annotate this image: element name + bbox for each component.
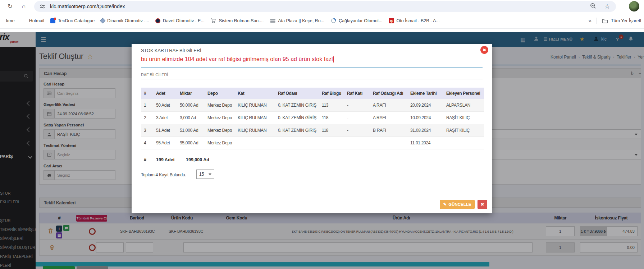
- bookmark-item[interactable]: φOto İsmail - B2B - A...: [389, 18, 440, 23]
- browser-toolbar: ↻ ⌂ klc.matrixotoerp.com/Quote/index ☆: [0, 0, 644, 13]
- raf-table-cell: A RAFI: [370, 99, 407, 112]
- bookmark-label: Dinamik Otomotiv -...: [107, 18, 149, 23]
- raf-table-cell: -: [344, 112, 370, 124]
- raf-table-cell: [275, 137, 319, 149]
- bookmark-item[interactable]: Davet Otomotiv - E...: [155, 18, 205, 23]
- raf-table-cell: 1: [141, 99, 153, 112]
- raf-table-cell: 10.09.2024: [407, 112, 443, 124]
- bookmark-item[interactable]: kme: [6, 18, 15, 23]
- profile-avatar[interactable]: [629, 1, 639, 11]
- cart-icon: [211, 18, 216, 24]
- modal-title: STOK KARTI RAF BİLGİLERİ: [141, 48, 201, 53]
- pencil-icon: ✎: [443, 202, 447, 207]
- raf-table-cell: 20.09.2024: [407, 99, 443, 112]
- raf-table-header-row: #AdetMiktarDepoKatRaf OdasıRaf BloğuRaf …: [141, 88, 484, 99]
- note-underline: [141, 68, 483, 68]
- raf-table-cell: B RAFI: [370, 124, 407, 137]
- bookmarks-overflow-icon[interactable]: »: [589, 18, 592, 24]
- raf-table-row: 23 Adet3,000 AdMerkez DepoKILIÇ RULMAN0.…: [141, 112, 484, 124]
- raf-table-cell: [443, 137, 484, 149]
- raf-table-col-header: Ekleyen Personel: [443, 88, 484, 99]
- raf-table-row: 150 Adet50,000 AdMerkez DepoKILIÇ RULMAN…: [141, 99, 484, 112]
- bookmark-label: Oto İsmail - B2B - A...: [397, 18, 440, 23]
- raf-table-col-header: Raf Odacığı Adı: [370, 88, 407, 99]
- bookmarks-bar: kmeHotmailTecDoc CatalogueDinamik Otomot…: [0, 13, 644, 29]
- raf-table-cell: 95 Adet: [153, 137, 177, 149]
- raf-table-cell: -: [344, 124, 370, 137]
- raf-table-cell: RAŞİT KILIÇ: [443, 112, 484, 124]
- modal-cancel-button[interactable]: ✖: [478, 200, 487, 209]
- raf-table-col-header: Adet: [153, 88, 177, 99]
- davet-icon: [155, 18, 160, 23]
- raf-table-cell: -: [344, 99, 370, 112]
- raf-table-col-header: Ekleme Tarihi: [407, 88, 443, 99]
- raf-table-col-header: Raf Odası: [275, 88, 319, 99]
- bookmark-star-icon[interactable]: ☆: [604, 3, 610, 10]
- raf-table-cell: [235, 137, 275, 149]
- page-size-select[interactable]: 15: [196, 170, 214, 179]
- reload-icon[interactable]: ↻: [5, 1, 15, 11]
- raf-table-cell: RAŞİT KILIÇ: [443, 124, 484, 137]
- zoom-out-icon[interactable]: [590, 3, 597, 11]
- modal-note-input[interactable]: bu ürün elimizde 104 adet var raf bilgis…: [141, 56, 483, 62]
- raf-table-cell: Merkez Depo: [205, 124, 235, 137]
- record-count-label: Toplam 4 Kayıt Bulundu.: [141, 172, 186, 177]
- bookmark-item[interactable]: Hotmail: [21, 18, 44, 24]
- raf-table-row: 351 Adet51,000 AdMerkez DepoKILIÇ RULMAN…: [141, 124, 484, 137]
- total-miktar: 199,000 Ad: [186, 157, 209, 162]
- total-adet: 199 Adet: [156, 157, 175, 162]
- bookmark-label: TecDoc Catalogue: [58, 18, 95, 23]
- raf-table-cell: 0. KAT ZEMİN GİRİŞ: [275, 124, 319, 137]
- raf-table-cell: 11.01.2024: [407, 137, 443, 149]
- raf-table-cell: 118: [319, 124, 344, 137]
- raf-table-cell: A RAFI: [370, 112, 407, 124]
- total-hash: #: [144, 157, 146, 162]
- raf-table-cell: 50,000 Ad: [177, 99, 205, 112]
- raf-table-cell: KILIÇ RULMAN: [235, 124, 275, 137]
- microsoft-icon: [21, 18, 27, 24]
- raf-table-cell: 113: [319, 99, 344, 112]
- raf-table-cell: [370, 137, 407, 149]
- raf-table-col-header: #: [141, 88, 153, 99]
- bookmark-label: Çağlayanlar Otomot...: [339, 18, 383, 23]
- raf-table-cell: 95,000 Ad: [177, 137, 205, 149]
- raf-bilgileri-modal: STOK KARTI RAF BİLGİLERİ ✖ bu ürün elimi…: [132, 44, 492, 213]
- address-bar[interactable]: klc.matrixotoerp.com/Quote/index ☆: [34, 1, 616, 12]
- bookmark-item[interactable]: Ata Plaza || Keçe, Ru...: [270, 18, 324, 24]
- raf-section-label: RAF BİLGİLERİ: [141, 73, 168, 77]
- raf-table: #AdetMiktarDepoKatRaf OdasıRaf BloğuRaf …: [141, 88, 484, 149]
- raf-table-cell: 4: [141, 137, 153, 149]
- home-icon[interactable]: ⌂: [19, 1, 29, 11]
- raf-table-cell: 0. KAT ZEMİN GİRİŞ: [275, 99, 319, 112]
- raf-table-cell: 118: [319, 112, 344, 124]
- raf-table-cell: 31.08.2024: [407, 124, 443, 137]
- bookmark-item[interactable]: Sistem Rulman San....: [211, 18, 264, 24]
- guncelle-label: GÜNCELLE: [448, 202, 471, 207]
- page-size-value: 15: [199, 172, 204, 177]
- raf-table-row: 495 Adet95,000 AdMerkez Depo11.01.2024: [141, 137, 484, 149]
- raf-table-cell: KILIÇ RULMAN: [235, 99, 275, 112]
- text-cursor: [333, 56, 334, 62]
- bookmark-item[interactable]: TecDoc Catalogue: [50, 18, 95, 23]
- raf-table-body: 150 Adet50,000 AdMerkez DepoKILIÇ RULMAN…: [141, 99, 484, 149]
- swirl-icon: [330, 18, 336, 24]
- all-bookmarks-label[interactable]: Tüm Yer İşaretl: [611, 18, 641, 23]
- bookmark-label: Hotmail: [29, 18, 44, 23]
- raf-table-cell: 3 Adet: [153, 112, 177, 124]
- raf-table-cell: 3: [141, 124, 153, 137]
- url-text: klc.matrixotoerp.com/Quote/index: [50, 4, 125, 9]
- divider: [597, 18, 597, 24]
- folder-icon: [602, 18, 608, 23]
- raf-table-cell: Merkez Depo: [205, 99, 235, 112]
- diamond-icon: [100, 18, 106, 24]
- raf-table-cell: KILIÇ RULMAN: [235, 112, 275, 124]
- raf-table-cell: [319, 137, 344, 149]
- bookmark-item[interactable]: Çağlayanlar Otomot...: [330, 18, 383, 24]
- site-settings-icon[interactable]: [39, 3, 46, 10]
- raf-table-col-header: Kat: [235, 88, 275, 99]
- modal-close-icon[interactable]: ✖: [480, 46, 488, 54]
- raf-table-cell: 51 Adet: [153, 124, 177, 137]
- modal-note-text: bu ürün elimizde 104 adet var raf bilgis…: [141, 56, 333, 62]
- bookmark-item[interactable]: Dinamik Otomotiv -...: [101, 18, 149, 23]
- guncelle-button[interactable]: ✎ GÜNCELLE: [440, 200, 475, 209]
